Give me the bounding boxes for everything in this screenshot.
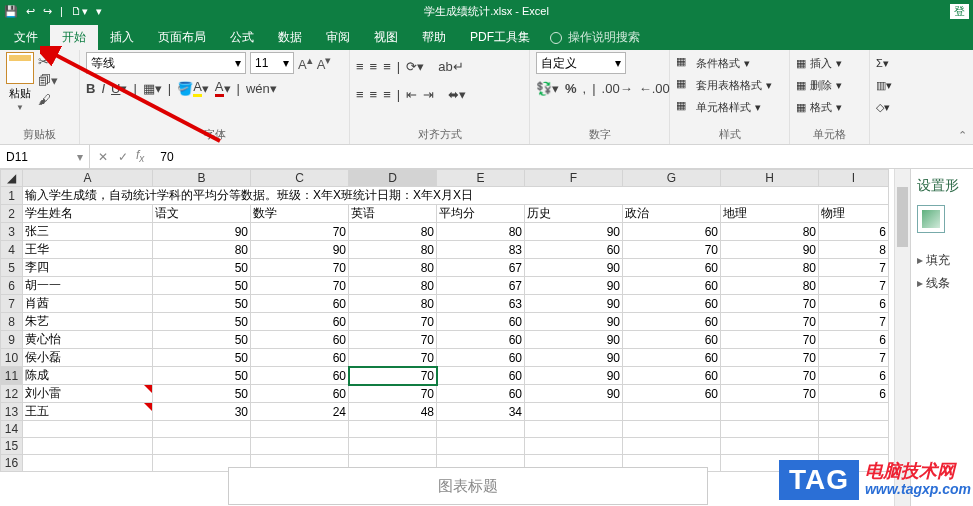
cell-F2[interactable]: 历史 bbox=[525, 205, 623, 223]
align-middle-icon[interactable]: ≡ bbox=[370, 59, 378, 74]
comma-icon[interactable]: , bbox=[583, 81, 587, 96]
cell-A13[interactable]: 王五 bbox=[23, 403, 153, 421]
delete-cells-button[interactable]: ▦删除▾ bbox=[796, 74, 863, 96]
cell-D3[interactable]: 80 bbox=[349, 223, 437, 241]
cell-C4[interactable]: 90 bbox=[251, 241, 349, 259]
cell-A1[interactable]: 输入学生成绩，自动统计学科的平均分等数据。班级：X年X班统计日期：X年X月X日 bbox=[23, 187, 889, 205]
cell-G12[interactable]: 60 bbox=[623, 385, 721, 403]
cell-B3[interactable]: 90 bbox=[153, 223, 251, 241]
cell-E11[interactable]: 60 bbox=[437, 367, 525, 385]
cell-E6[interactable]: 67 bbox=[437, 277, 525, 295]
align-left-icon[interactable]: ≡ bbox=[356, 87, 364, 102]
cell-A15[interactable] bbox=[23, 438, 153, 455]
cell-A14[interactable] bbox=[23, 421, 153, 438]
cell-I6[interactable]: 7 bbox=[819, 277, 889, 295]
row-header-6[interactable]: 6 bbox=[1, 277, 23, 295]
col-header-B[interactable]: B bbox=[153, 170, 251, 187]
cell-B10[interactable]: 50 bbox=[153, 349, 251, 367]
cell-I5[interactable]: 7 bbox=[819, 259, 889, 277]
cell-I10[interactable]: 7 bbox=[819, 349, 889, 367]
row-header-11[interactable]: 11 bbox=[1, 367, 23, 385]
increase-font-icon[interactable]: A▴ bbox=[298, 54, 313, 72]
col-header-D[interactable]: D bbox=[349, 170, 437, 187]
italic-icon[interactable]: I bbox=[101, 81, 105, 96]
cell-B6[interactable]: 50 bbox=[153, 277, 251, 295]
cell-F10[interactable]: 90 bbox=[525, 349, 623, 367]
decrease-indent-icon[interactable]: ⇤ bbox=[406, 87, 417, 102]
cell-I9[interactable]: 6 bbox=[819, 331, 889, 349]
tab-help[interactable]: 帮助 bbox=[410, 25, 458, 50]
tell-me-search[interactable]: 操作说明搜索 bbox=[568, 29, 640, 46]
cell-C12[interactable]: 60 bbox=[251, 385, 349, 403]
cell-F11[interactable]: 90 bbox=[525, 367, 623, 385]
cell-F5[interactable]: 90 bbox=[525, 259, 623, 277]
row-header-9[interactable]: 9 bbox=[1, 331, 23, 349]
cell-E14[interactable] bbox=[437, 421, 525, 438]
qat-customize-icon[interactable]: ▾ bbox=[96, 5, 102, 18]
cell-H2[interactable]: 地理 bbox=[721, 205, 819, 223]
font-size-combo[interactable]: 11▾ bbox=[250, 52, 294, 74]
cell-F15[interactable] bbox=[525, 438, 623, 455]
row-header-14[interactable]: 14 bbox=[1, 421, 23, 438]
cell-I2[interactable]: 物理 bbox=[819, 205, 889, 223]
conditional-format-button[interactable]: ▦条件格式▾ bbox=[676, 52, 783, 74]
cell-E2[interactable]: 平均分 bbox=[437, 205, 525, 223]
decrease-decimal-icon[interactable]: ←.00 bbox=[639, 81, 670, 96]
tab-view[interactable]: 视图 bbox=[362, 25, 410, 50]
cell-G13[interactable] bbox=[623, 403, 721, 421]
row-header-12[interactable]: 12 bbox=[1, 385, 23, 403]
cell-C9[interactable]: 60 bbox=[251, 331, 349, 349]
cell-I4[interactable]: 8 bbox=[819, 241, 889, 259]
row-header-7[interactable]: 7 bbox=[1, 295, 23, 313]
phonetic-icon[interactable]: wén▾ bbox=[246, 81, 277, 96]
cell-I11[interactable]: 6 bbox=[819, 367, 889, 385]
chevron-down-icon[interactable]: ▾ bbox=[77, 150, 83, 164]
cell-H11[interactable]: 70 bbox=[721, 367, 819, 385]
border-icon[interactable]: ▦▾ bbox=[143, 81, 162, 96]
number-format-combo[interactable]: 自定义▾ bbox=[536, 52, 626, 74]
bold-icon[interactable]: B bbox=[86, 81, 95, 96]
fill-color-icon[interactable]: 🪣A▾ bbox=[177, 79, 209, 97]
cell-E10[interactable]: 60 bbox=[437, 349, 525, 367]
row-header-1[interactable]: 1 bbox=[1, 187, 23, 205]
login-button[interactable]: 登 bbox=[950, 4, 969, 19]
cell-E8[interactable]: 60 bbox=[437, 313, 525, 331]
cut-icon[interactable]: ✂ bbox=[38, 54, 58, 69]
cell-I14[interactable] bbox=[819, 421, 889, 438]
cell-I8[interactable]: 7 bbox=[819, 313, 889, 331]
cell-G9[interactable]: 60 bbox=[623, 331, 721, 349]
section-fill[interactable]: 填充 bbox=[917, 252, 967, 269]
col-header-A[interactable]: A bbox=[23, 170, 153, 187]
tab-review[interactable]: 审阅 bbox=[314, 25, 362, 50]
col-header-G[interactable]: G bbox=[623, 170, 721, 187]
cell-A5[interactable]: 李四 bbox=[23, 259, 153, 277]
cell-H10[interactable]: 70 bbox=[721, 349, 819, 367]
cell-E3[interactable]: 80 bbox=[437, 223, 525, 241]
select-all[interactable]: ◢ bbox=[1, 170, 23, 187]
increase-decimal-icon[interactable]: .00→ bbox=[602, 81, 633, 96]
tab-home[interactable]: 开始 bbox=[50, 25, 98, 50]
cell-H3[interactable]: 80 bbox=[721, 223, 819, 241]
font-name-combo[interactable]: 等线▾ bbox=[86, 52, 246, 74]
cell-D14[interactable] bbox=[349, 421, 437, 438]
cell-A8[interactable]: 朱艺 bbox=[23, 313, 153, 331]
format-cells-button[interactable]: ▦格式▾ bbox=[796, 96, 863, 118]
cell-F13[interactable] bbox=[525, 403, 623, 421]
tab-insert[interactable]: 插入 bbox=[98, 25, 146, 50]
cell-C10[interactable]: 60 bbox=[251, 349, 349, 367]
cell-E12[interactable]: 60 bbox=[437, 385, 525, 403]
cell-B12[interactable]: 50 bbox=[153, 385, 251, 403]
cell-C3[interactable]: 70 bbox=[251, 223, 349, 241]
cell-C5[interactable]: 70 bbox=[251, 259, 349, 277]
cell-F9[interactable]: 90 bbox=[525, 331, 623, 349]
cell-H14[interactable] bbox=[721, 421, 819, 438]
clear-button[interactable]: ◇▾ bbox=[876, 96, 914, 118]
cell-D13[interactable]: 48 bbox=[349, 403, 437, 421]
cell-C8[interactable]: 60 bbox=[251, 313, 349, 331]
tab-pdf[interactable]: PDF工具集 bbox=[458, 25, 542, 50]
cell-H5[interactable]: 80 bbox=[721, 259, 819, 277]
cell-H4[interactable]: 90 bbox=[721, 241, 819, 259]
cell-F12[interactable]: 90 bbox=[525, 385, 623, 403]
merge-center-icon[interactable]: ⬌▾ bbox=[448, 87, 466, 102]
row-header-3[interactable]: 3 bbox=[1, 223, 23, 241]
